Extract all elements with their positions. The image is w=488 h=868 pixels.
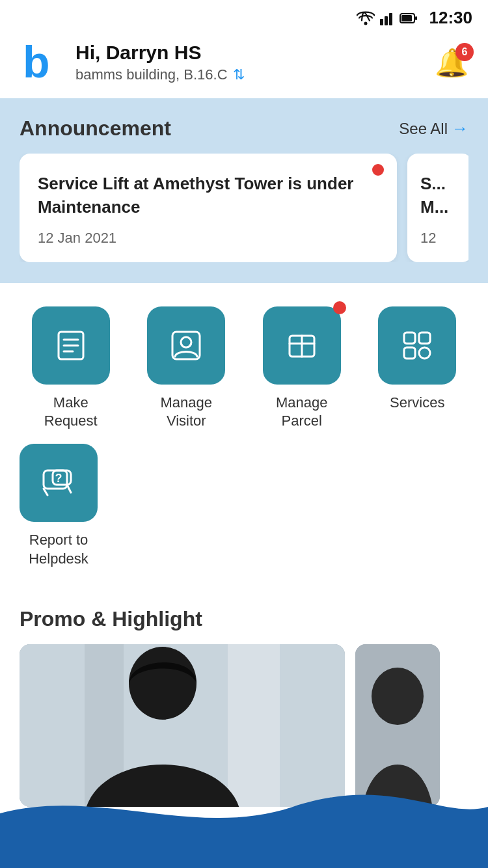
announcement-section: Announcement See All → Service Lift at A… (0, 98, 488, 283)
svg-point-20 (419, 347, 430, 359)
see-all-button[interactable]: See All → (399, 118, 468, 139)
svg-text:b: b (23, 40, 50, 85)
announcement-header: Announcement See All → (20, 116, 468, 141)
services-icon-box (378, 306, 456, 385)
svg-point-0 (364, 21, 367, 25)
svg-rect-1 (380, 19, 383, 25)
announcement-card-title-2: S...M... (420, 172, 459, 219)
actions-grid: MakeRequest ManageVisitor (20, 306, 468, 431)
notification-badge: 6 (455, 43, 474, 61)
actions-section: MakeRequest ManageVisitor (0, 283, 488, 589)
see-all-arrow-icon: → (452, 118, 468, 139)
manage-parcel-icon (283, 327, 321, 364)
svg-rect-5 (401, 15, 412, 21)
unread-dot (372, 164, 384, 176)
promo-image-2 (355, 644, 440, 807)
header-greeting: Hi, Darryn HS (75, 42, 435, 64)
status-icons (357, 11, 418, 25)
report-helpdesk-icon: ? (40, 464, 77, 502)
promo-title: Promo & Highlight (20, 607, 468, 631)
manage-parcel-icon-box (263, 306, 341, 385)
announcement-card-title-1: Service Lift at Amethyst Tower is under … (38, 172, 379, 219)
make-request-label: MakeRequest (44, 394, 98, 431)
services-label: Services (390, 394, 444, 413)
footer-content: Manage your unit easily Powered by b bam… (0, 838, 488, 868)
status-time: 12:30 (429, 8, 473, 28)
announcement-card-date-2: 12 (420, 230, 459, 247)
parcel-badge (333, 301, 346, 314)
report-helpdesk-label: Report toHelpdesk (29, 531, 88, 568)
manage-parcel-label: ManageParcel (276, 394, 328, 431)
sort-icon[interactable]: ⇅ (233, 66, 245, 83)
svg-rect-18 (419, 332, 430, 344)
manage-visitor-label: ManageVisitor (160, 394, 212, 431)
announcement-card-1[interactable]: Service Lift at Amethyst Tower is under … (20, 154, 397, 262)
wave-svg (0, 787, 488, 839)
app-logo: b (20, 40, 65, 85)
svg-rect-3 (389, 13, 392, 25)
action-services[interactable]: Services (366, 306, 469, 431)
manage-visitor-icon (167, 327, 205, 364)
battery-icon (400, 11, 418, 25)
wave-container (0, 807, 488, 839)
actions-row2: ? Report toHelpdesk (20, 444, 468, 568)
promo-image-1 (20, 644, 345, 807)
svg-point-30 (129, 647, 197, 720)
make-request-icon (52, 327, 90, 364)
status-bar: 12:30 (0, 0, 488, 33)
services-icon (398, 327, 436, 364)
svg-point-32 (372, 668, 424, 725)
svg-line-23 (44, 489, 47, 495)
action-report-helpdesk[interactable]: ? Report toHelpdesk (20, 444, 98, 568)
action-manage-parcel[interactable]: ManageParcel (251, 306, 353, 431)
announcement-card-2[interactable]: S...M... 12 (407, 154, 468, 262)
make-request-icon-box (32, 306, 110, 385)
action-make-request[interactable]: MakeRequest (20, 306, 122, 431)
notification-bell[interactable]: 🔔 6 (435, 47, 468, 79)
report-helpdesk-icon-box: ? (20, 444, 98, 522)
svg-line-24 (67, 485, 71, 493)
promo-cards (20, 644, 468, 807)
promo-card-2[interactable] (355, 644, 440, 807)
footer-section: Manage your unit easily Powered by b bam… (0, 838, 488, 868)
announcement-cards: Service Lift at Amethyst Tower is under … (20, 154, 468, 262)
svg-rect-2 (385, 16, 388, 25)
svg-point-13 (181, 337, 191, 347)
announcement-card-date-1: 12 Jan 2021 (38, 230, 379, 247)
manage-visitor-icon-box (147, 306, 225, 385)
svg-rect-28 (228, 644, 280, 807)
svg-rect-19 (404, 347, 415, 359)
promo-section: Promo & Highlight (0, 589, 488, 807)
promo-card-1[interactable] (20, 644, 345, 807)
wifi-icon (357, 11, 375, 25)
svg-rect-17 (404, 332, 415, 344)
action-manage-visitor[interactable]: ManageVisitor (135, 306, 238, 431)
header-text: Hi, Darryn HS bamms building, B.16.C ⇅ (75, 42, 435, 83)
header-location: bamms building, B.16.C ⇅ (75, 66, 435, 83)
header: b Hi, Darryn HS bamms building, B.16.C ⇅… (0, 33, 488, 98)
announcement-title: Announcement (20, 116, 171, 141)
svg-text:?: ? (55, 472, 62, 485)
svg-rect-6 (415, 16, 417, 20)
signal-icon (380, 11, 394, 25)
